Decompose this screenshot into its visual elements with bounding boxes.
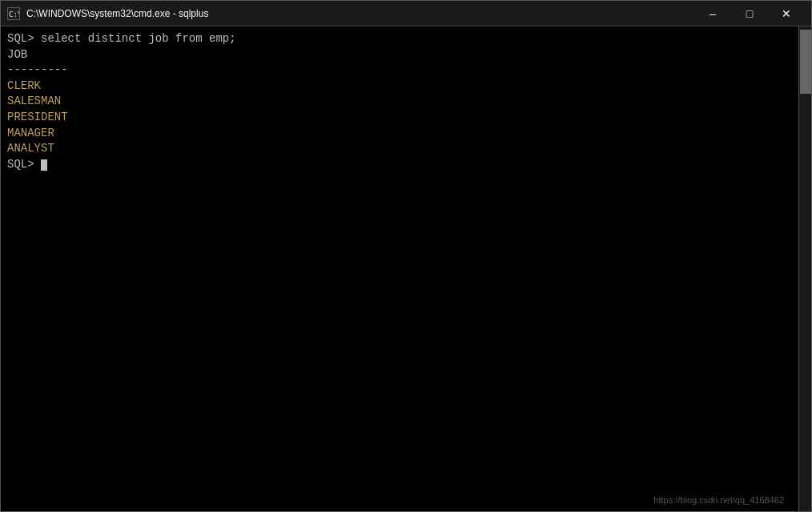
close-button[interactable]: ✕: [768, 1, 805, 26]
minimize-button[interactable]: –: [694, 1, 731, 26]
window-controls: – □ ✕: [694, 1, 805, 26]
window: C:\ C:\WINDOWS\system32\cmd.exe - sqlplu…: [0, 0, 812, 512]
terminal-line: PRESIDENT: [7, 110, 792, 126]
data-row: ANALYST: [7, 142, 54, 155]
scrollbar-thumb[interactable]: [800, 30, 811, 94]
terminal-line: ANALYST: [7, 141, 792, 157]
scrollbar[interactable]: [798, 26, 811, 511]
terminal-line: ---------: [7, 62, 792, 79]
terminal-line: SQL>: [7, 157, 792, 173]
terminal-line: SALESMAN: [7, 94, 792, 110]
svg-text:C:\: C:\: [9, 10, 19, 18]
terminal-output: SQL> select distinct job from emp;JOB---…: [7, 31, 792, 172]
title-bar: C:\ C:\WINDOWS\system32\cmd.exe - sqlplu…: [1, 1, 811, 26]
terminal-line: JOB: [7, 47, 792, 63]
column-separator: ---------: [7, 63, 68, 76]
maximize-button[interactable]: □: [731, 1, 768, 26]
terminal-line: MANAGER: [7, 126, 792, 142]
terminal-line: CLERK: [7, 79, 792, 95]
active-prompt: SQL>: [7, 158, 41, 171]
app-icon: C:\: [7, 7, 20, 20]
data-row: SALESMAN: [7, 95, 61, 107]
data-row: PRESIDENT: [7, 111, 68, 123]
watermark: https://blog.csdn.net/qq_4168462: [653, 494, 784, 506]
terminal[interactable]: SQL> select distinct job from emp;JOB---…: [1, 26, 798, 511]
window-title: C:\WINDOWS\system32\cmd.exe - sqlplus: [26, 8, 694, 19]
data-row: CLERK: [7, 79, 41, 92]
cursor: [41, 159, 47, 171]
terminal-line: SQL> select distinct job from emp;: [7, 31, 792, 47]
column-header: JOB: [7, 48, 27, 61]
data-row: MANAGER: [7, 127, 54, 139]
sql-prompt-label: SQL> select distinct job from emp;: [7, 32, 236, 45]
content-area: SQL> select distinct job from emp;JOB---…: [1, 26, 811, 511]
